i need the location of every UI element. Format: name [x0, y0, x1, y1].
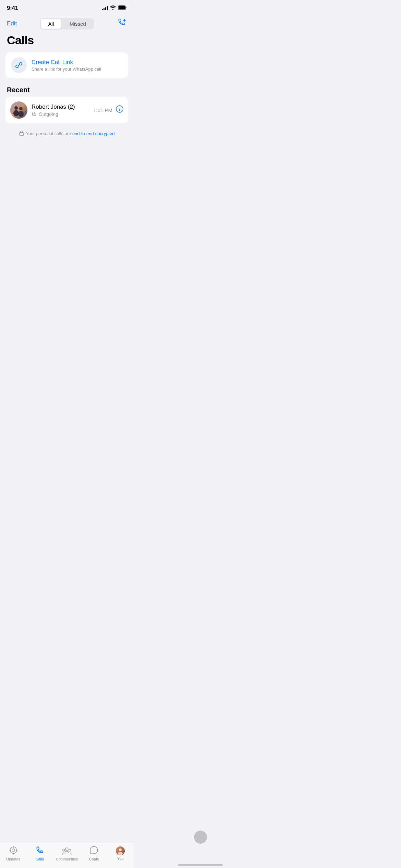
svg-point-8: [18, 111, 24, 117]
call-row[interactable]: Robert Jonas (2) Outgoing 1:01 PM i: [5, 97, 128, 123]
link-icon: [11, 57, 27, 73]
call-link-text: Create Call Link Share a link for your W…: [32, 59, 101, 72]
encryption-notice: Your personal calls are end-to-end encry…: [7, 130, 127, 137]
battery-icon: [118, 5, 127, 11]
header: Edit All Missed: [0, 14, 134, 32]
call-link-title: Create Call Link: [32, 59, 101, 66]
status-icons: [102, 5, 127, 11]
call-meta: 1:01 PM i: [93, 105, 123, 115]
call-direction-label: Outgoing: [39, 111, 58, 117]
page-title: Calls: [0, 32, 134, 52]
svg-point-5: [14, 106, 18, 110]
call-name: Robert Jonas (2): [32, 104, 89, 110]
filter-missed-button[interactable]: Missed: [62, 19, 94, 29]
svg-point-6: [13, 110, 19, 116]
call-direction: Outgoing: [32, 111, 89, 117]
recent-section-header: Recent: [0, 85, 134, 97]
encryption-link[interactable]: end-to-end encrypted: [72, 131, 115, 136]
call-info-button[interactable]: i: [116, 105, 123, 115]
svg-point-7: [19, 107, 23, 110]
edit-button[interactable]: Edit: [7, 20, 17, 27]
lock-icon: [19, 130, 24, 137]
new-call-button[interactable]: [117, 18, 127, 29]
status-time: 9:41: [7, 5, 18, 12]
call-time: 1:01 PM: [93, 107, 112, 113]
filter-all-button[interactable]: All: [41, 19, 62, 29]
svg-rect-1: [119, 6, 125, 10]
filter-toggle: All Missed: [40, 18, 94, 29]
svg-text:i: i: [119, 107, 120, 112]
create-call-link-card[interactable]: Create Call Link Share a link for your W…: [5, 52, 128, 78]
signal-icon: [102, 6, 108, 10]
avatar: [10, 101, 27, 119]
call-link-subtitle: Share a link for your WhatsApp call: [32, 67, 101, 72]
status-bar: 9:41: [0, 0, 134, 14]
svg-rect-4: [10, 101, 27, 119]
encryption-text: Your personal calls are end-to-end encry…: [26, 131, 115, 136]
call-info: Robert Jonas (2) Outgoing: [32, 104, 89, 117]
svg-rect-11: [20, 133, 24, 135]
wifi-icon: [110, 5, 116, 11]
